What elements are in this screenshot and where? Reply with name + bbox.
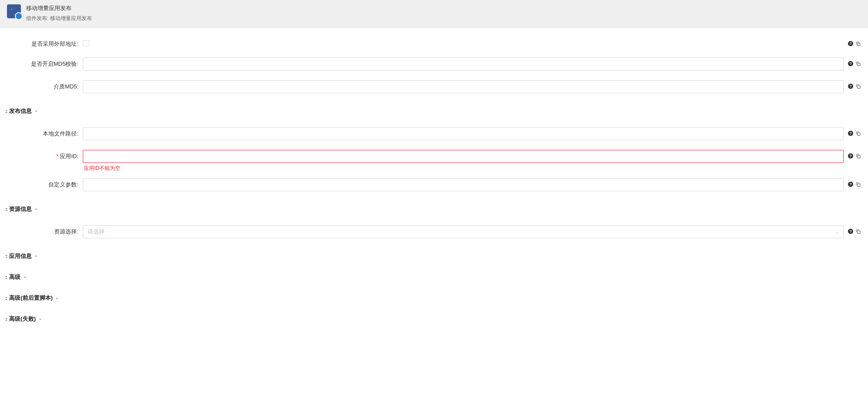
help-icon[interactable]: ? [848, 61, 853, 66]
help-icon[interactable]: ? [848, 84, 853, 89]
label-local-path: 本地文件路径: [5, 127, 83, 138]
section-advanced-fail[interactable]: :: 高级(失败) [5, 312, 863, 325]
svg-rect-3 [857, 132, 860, 135]
row-local-path: 本地文件路径: ? [5, 127, 863, 140]
drag-handle-icon[interactable]: :: [5, 108, 7, 114]
svg-rect-4 [857, 155, 860, 158]
help-icon[interactable]: ? [848, 182, 853, 187]
row-app-id: 应用ID: 应用ID不能为空 ? [5, 150, 863, 172]
page-subtitle: 组件发布: 移动增量应用发布 [26, 15, 92, 22]
help-icon[interactable]: ? [848, 229, 853, 234]
copy-icon[interactable] [855, 153, 861, 159]
row-media-md5: 介质MD5: ? [5, 80, 863, 93]
chevron-up-icon [34, 254, 38, 259]
input-app-id[interactable] [83, 150, 844, 163]
row-md5-check: 是否开启MD5校验: ? [5, 57, 863, 71]
section-advanced-scripts[interactable]: :: 高级(前后置脚本) [5, 291, 863, 304]
svg-rect-6 [857, 230, 860, 233]
chevron-up-icon [34, 109, 38, 114]
copy-icon[interactable] [855, 83, 861, 89]
section-advanced[interactable]: :: 高级 [5, 271, 863, 284]
page-header: ↓ 移动增量应用发布 组件发布: 移动增量应用发布 [0, 0, 868, 28]
help-icon[interactable]: ? [848, 41, 853, 46]
select-placeholder: 请选择 [88, 228, 105, 236]
copy-icon[interactable] [855, 130, 861, 136]
chevron-down-icon: ⌄ [835, 229, 839, 235]
chevron-down-icon [23, 275, 27, 280]
svg-rect-0 [857, 43, 860, 45]
page-title: 移动增量应用发布 [26, 4, 92, 12]
section-title: 高级(前后置脚本) [9, 294, 53, 302]
input-custom-params[interactable] [83, 178, 844, 191]
help-icon[interactable]: ? [848, 153, 853, 159]
section-title: 资源信息 [9, 205, 32, 213]
chevron-up-icon [34, 207, 38, 212]
label-app-id: 应用ID: [5, 150, 83, 160]
input-media-md5[interactable] [83, 80, 844, 93]
app-icon: ↓ [7, 4, 21, 18]
section-publish-info[interactable]: :: 发布信息 [5, 105, 863, 118]
copy-icon[interactable] [855, 228, 861, 234]
checkbox-external-address[interactable] [83, 40, 89, 47]
drag-handle-icon[interactable]: :: [5, 316, 7, 321]
input-md5-check[interactable] [83, 57, 844, 71]
copy-icon[interactable] [855, 41, 861, 47]
label-media-md5: 介质MD5: [5, 80, 83, 91]
drag-handle-icon[interactable]: :: [5, 295, 7, 301]
section-title: 应用信息 [9, 252, 32, 260]
copy-icon[interactable] [855, 181, 861, 187]
chevron-down-icon [55, 296, 59, 301]
select-resource[interactable]: 请选择 ⌄ [83, 225, 844, 238]
row-custom-params: 自定义参数: ? [5, 178, 863, 191]
drag-handle-icon[interactable]: :: [5, 254, 7, 259]
copy-icon[interactable] [855, 61, 861, 67]
drag-handle-icon[interactable]: :: [5, 206, 7, 212]
row-external-address: 是否采用外部地址: ? [5, 37, 863, 48]
section-app-info[interactable]: :: 应用信息 [5, 250, 863, 263]
help-icon[interactable]: ? [848, 131, 853, 136]
label-resource-select: 资源选择: [5, 225, 83, 236]
section-title: 高级(失败) [9, 315, 36, 323]
svg-rect-2 [857, 85, 860, 88]
error-app-id: 应用ID不能为空 [83, 165, 844, 172]
label-custom-params: 自定义参数: [5, 178, 83, 189]
drag-handle-icon[interactable]: :: [5, 274, 7, 280]
svg-rect-1 [857, 63, 860, 65]
label-external-address: 是否采用外部地址: [5, 37, 83, 48]
input-local-path[interactable] [83, 127, 844, 140]
section-title: 发布信息 [9, 107, 32, 115]
section-title: 高级 [9, 273, 20, 281]
svg-rect-5 [857, 183, 860, 186]
row-resource-select: 资源选择: 请选择 ⌄ ? [5, 225, 863, 238]
label-md5-check: 是否开启MD5校验: [5, 57, 83, 68]
section-resource-info[interactable]: :: 资源信息 [5, 203, 863, 216]
chevron-down-icon [38, 317, 42, 321]
